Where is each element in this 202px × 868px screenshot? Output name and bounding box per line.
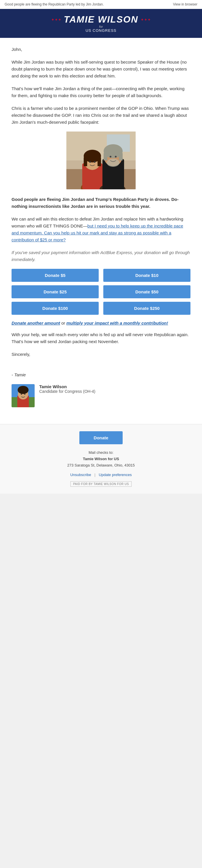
- campaign-photo: [66, 131, 136, 189]
- candidate-name: TAMIE WILSON: [64, 14, 138, 25]
- footer: Donate Mail checks to: Tamie Wilson for …: [0, 424, 202, 494]
- candidate-bio: Tamie Wilson Candidate for Congress (OH-…: [11, 384, 191, 407]
- candidate-headshot: [11, 384, 35, 407]
- svg-point-26: [21, 394, 22, 395]
- email-wrapper: Good people are fleeing the Republican P…: [0, 0, 202, 494]
- donate-50-button[interactable]: Donate $50: [103, 285, 191, 298]
- signature: - Tamie: [11, 371, 191, 378]
- photo-container: [11, 131, 191, 190]
- separator: |: [94, 473, 95, 477]
- top-bar: Good people are fleeing the Republican P…: [0, 0, 202, 9]
- svg-rect-9: [98, 158, 101, 166]
- svg-rect-8: [84, 158, 87, 166]
- footer-mail-title: Mail checks to:: [89, 450, 113, 455]
- footer-donate-container: Donate: [11, 431, 191, 450]
- paragraph-4: We can and will win this election to def…: [11, 216, 191, 243]
- campaign-photo-svg: [66, 131, 136, 189]
- monthly-donate-link[interactable]: multiply your impact with a monthly cont…: [66, 320, 168, 326]
- candidate-title: Candidate for Congress (OH-4): [39, 389, 96, 394]
- unsubscribe-link[interactable]: Unsubscribe: [70, 473, 91, 477]
- svg-point-19: [110, 156, 111, 158]
- star-left: ✦✦✦: [51, 17, 62, 22]
- update-preferences-link[interactable]: Update preferences: [99, 473, 132, 477]
- svg-point-10: [89, 161, 91, 163]
- svg-point-11: [94, 161, 96, 163]
- preview-text: Good people are fleeing the Republican P…: [5, 2, 104, 6]
- donate-links: Donate another amount or multiply your i…: [11, 320, 191, 326]
- star-right: ✦✦✦: [140, 17, 151, 22]
- donate-25-button[interactable]: Donate $25: [11, 285, 99, 298]
- svg-rect-16: [104, 153, 107, 160]
- paragraph-5: With your help, we will reach every vote…: [11, 331, 191, 345]
- sincerely: Sincerely,: [11, 351, 191, 358]
- svg-rect-17: [119, 153, 123, 160]
- candidate-headshot-svg: [11, 384, 35, 407]
- footer-mail-address: 273 Saratoga St, Delaware, Ohio, 43015: [67, 463, 135, 467]
- donate-row-3: Donate $100 Donate $250: [11, 302, 191, 315]
- for-text: for: [11, 25, 191, 28]
- donate-10-button[interactable]: Donate $10: [103, 269, 191, 282]
- greeting: John,: [11, 46, 191, 53]
- paid-for-tag: PAID FOR BY TAMIE WILSON FOR US: [70, 481, 131, 487]
- svg-point-27: [24, 394, 25, 395]
- donate-100-button[interactable]: Donate $100: [11, 302, 99, 315]
- donate-row-2: Donate $25 Donate $50: [11, 285, 191, 298]
- svg-point-18: [107, 159, 120, 167]
- candidate-name-banner: ✦✦✦ TAMIE WILSON ✦✦✦: [11, 14, 191, 25]
- svg-point-20: [115, 156, 116, 158]
- view-in-browser-link[interactable]: View in browser: [173, 2, 197, 6]
- bold-statement: Good people are fleeing Jim Jordan and T…: [11, 196, 191, 210]
- email-content: John, While Jim Jordan was busy with his…: [0, 38, 202, 424]
- paragraph-2: That's how we'll make Jim Jordan a thing…: [11, 85, 191, 99]
- paragraph-1: While Jim Jordan was busy with his self-…: [11, 59, 191, 80]
- donate-another-link[interactable]: Donate another amount: [11, 320, 60, 326]
- header-banner: ✦✦✦ TAMIE WILSON ✦✦✦ for US CONGRESS: [0, 9, 202, 38]
- actblue-note: If you've saved your payment information…: [11, 249, 191, 263]
- footer-links: Unsubscribe | Update preferences: [11, 473, 191, 477]
- donate-grid: Donate $5 Donate $10 Donate $25 Donate $…: [11, 269, 191, 315]
- donate-250-button[interactable]: Donate $250: [103, 302, 191, 315]
- footer-mail: Mail checks to: Tamie Wilson for US 273 …: [11, 450, 191, 469]
- donate-row-1: Donate $5 Donate $10: [11, 269, 191, 282]
- candidate-full-name: Tamie Wilson: [39, 384, 96, 389]
- paragraph-3: Chris is a farmer who used to be a promi…: [11, 105, 191, 126]
- congress-text: US CONGRESS: [11, 28, 191, 33]
- candidate-info: Tamie Wilson Candidate for Congress (OH-…: [39, 384, 96, 394]
- or-text: or: [60, 320, 66, 326]
- donate-5-button[interactable]: Donate $5: [11, 269, 99, 282]
- footer-donate-button[interactable]: Donate: [79, 431, 123, 444]
- footer-mail-name: Tamie Wilson for US: [11, 456, 191, 462]
- svg-point-25: [18, 386, 29, 394]
